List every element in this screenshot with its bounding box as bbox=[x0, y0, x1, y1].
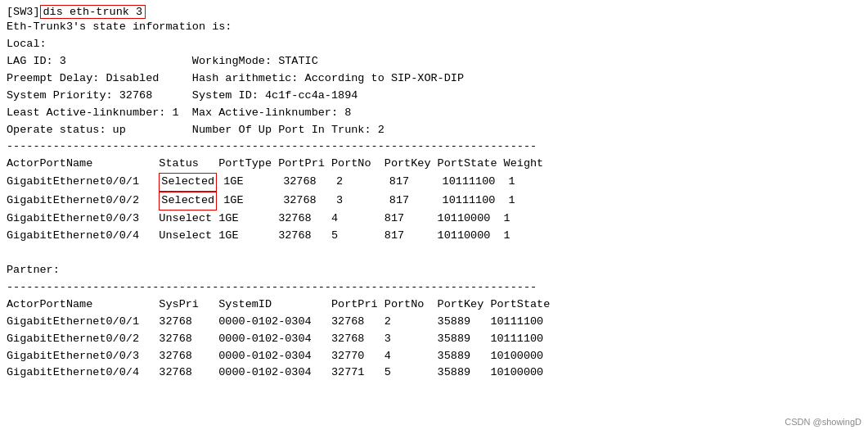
partner-row-2: GigabitEthernet0/0/2 32768 0000-0102-030… bbox=[7, 331, 861, 348]
selected-box-1: Selected bbox=[159, 173, 217, 192]
actor-row-3: GigabitEthernet0/0/3 Unselect 1GE 32768 … bbox=[7, 210, 861, 228]
actor-header: ActorPortName Status PortType PortPri Po… bbox=[7, 156, 861, 173]
watermark: CSDN @showingD bbox=[785, 417, 861, 427]
prompt-tag: [SW3] bbox=[7, 6, 40, 18]
line-syspri: System Priority: 32768 System ID: 4c1f-c… bbox=[7, 88, 861, 105]
line-operate: Operate status: up Number Of Up Port In … bbox=[7, 122, 861, 139]
divider-1: ----------------------------------------… bbox=[7, 138, 861, 156]
blank-line-1 bbox=[7, 245, 861, 262]
command-box: dis eth-trunk 3 bbox=[40, 5, 146, 19]
actor-row-1: GigabitEthernet0/0/1 Selected 1GE 32768 … bbox=[7, 173, 861, 192]
line-lag: LAG ID: 3 WorkingMode: STATIC bbox=[7, 53, 861, 70]
partner-row-3: GigabitEthernet0/0/3 32768 0000-0102-030… bbox=[7, 348, 861, 365]
actor-row-2: GigabitEthernet0/0/2 Selected 1GE 32768 … bbox=[7, 192, 861, 210]
partner-row-1: GigabitEthernet0/0/1 32768 0000-0102-030… bbox=[7, 314, 861, 331]
partner-header: ActorPortName SysPri SystemID PortPri Po… bbox=[7, 296, 861, 314]
actor-row-4: GigabitEthernet0/0/4 Unselect 1GE 32768 … bbox=[7, 228, 861, 245]
terminal-window: [SW3]dis eth-trunk 3 Eth-Trunk3's state … bbox=[0, 0, 868, 430]
selected-box-2: Selected bbox=[159, 192, 217, 210]
prompt-line: [SW3]dis eth-trunk 3 bbox=[7, 5, 861, 19]
partner-label: Partner: bbox=[7, 262, 861, 279]
partner-row-4: GigabitEthernet0/0/4 32768 0000-0102-030… bbox=[7, 364, 861, 382]
line-local: Local: bbox=[7, 36, 861, 53]
line-state: Eth-Trunk3's state information is: bbox=[7, 19, 861, 36]
line-preempt: Preempt Delay: Disabled Hash arithmetic:… bbox=[7, 70, 861, 88]
line-least: Least Active-linknumber: 1 Max Active-li… bbox=[7, 105, 861, 122]
divider-2: ----------------------------------------… bbox=[7, 279, 861, 296]
